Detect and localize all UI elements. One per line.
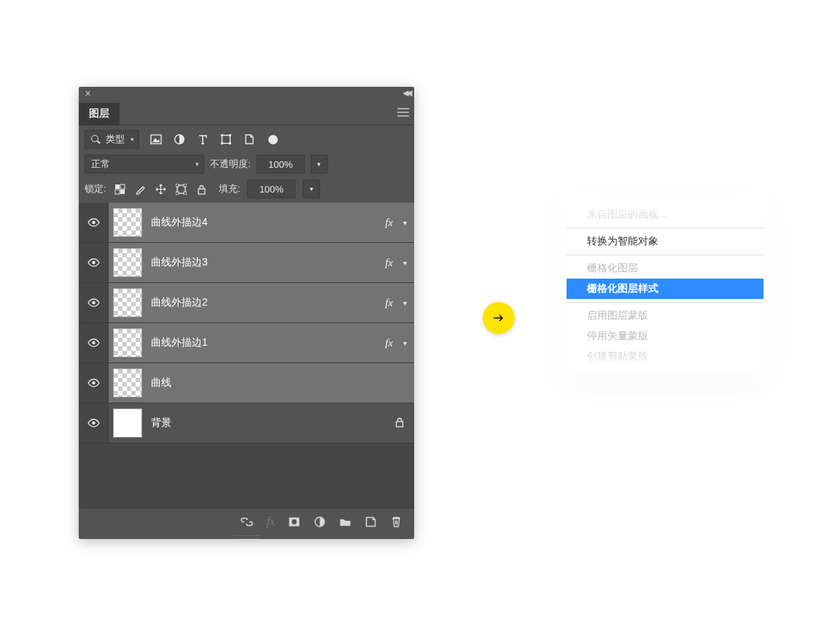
blend-mode-dropdown[interactable]: 正常 ▾ [85, 155, 204, 174]
layers-panel: ✕ ◀◀ 图层 类型 ▾ [79, 87, 414, 539]
fx-expand-icon[interactable]: ▾ [403, 299, 414, 307]
fill-field[interactable]: 100% [247, 179, 295, 198]
menu-separator [567, 228, 763, 228]
menu-item: 栅格化图层 [567, 258, 763, 279]
svg-point-20 [92, 301, 96, 305]
svg-marker-1 [152, 138, 160, 142]
layer-row: 曲线外描边4fx▾ [79, 203, 414, 243]
fill-flyout-icon[interactable]: ▾ [303, 179, 320, 198]
fx-expand-icon[interactable]: ▾ [403, 219, 414, 227]
svg-point-23 [92, 422, 96, 425]
collapse-icon[interactable]: ◀◀ [402, 88, 410, 98]
chevron-down-icon: ▾ [195, 160, 199, 168]
layer-mask-icon[interactable] [288, 516, 300, 528]
svg-point-22 [92, 381, 96, 385]
resize-grip[interactable] [79, 535, 414, 539]
layer-item[interactable]: 曲线外描边4fx▾ [109, 203, 414, 242]
filter-image-icon[interactable] [149, 133, 163, 146]
lock-all-icon[interactable] [195, 182, 209, 195]
fill-label: 填充: [219, 182, 241, 195]
svg-rect-16 [184, 192, 187, 195]
tab-layers[interactable]: 图层 [79, 103, 120, 125]
lock-label: 锁定: [85, 182, 106, 195]
layer-item[interactable]: 曲线外描边3fx▾ [109, 243, 414, 282]
menu-separator [567, 255, 763, 255]
menu-separator [567, 302, 763, 303]
layer-row: 曲线外描边1fx▾ [79, 323, 414, 363]
visibility-toggle[interactable] [79, 283, 109, 322]
lock-fill-row: 锁定: 填充: 100% ▾ [85, 179, 408, 198]
chevron-down-icon: ▾ [131, 136, 134, 143]
visibility-toggle[interactable] [79, 403, 109, 443]
svg-rect-4 [221, 134, 223, 136]
new-layer-icon[interactable] [365, 516, 377, 528]
svg-point-19 [92, 261, 96, 265]
layer-name: 曲线外描边4 [151, 216, 376, 229]
menu-item: 来自图层的画板... [567, 204, 763, 225]
filter-adjustment-icon[interactable] [173, 133, 186, 146]
menu-item[interactable]: 转换为智能对象 [567, 231, 763, 252]
close-icon[interactable]: ✕ [85, 89, 91, 98]
layer-item[interactable]: 曲线 [109, 363, 414, 403]
layer-name: 曲线外描边2 [151, 296, 376, 309]
link-layers-icon[interactable] [241, 516, 253, 528]
opacity-flyout-icon[interactable]: ▾ [311, 155, 328, 174]
layer-row: 曲线外描边2fx▾ [79, 283, 414, 323]
svg-point-21 [92, 341, 96, 345]
panel-tabs: 图层 [79, 100, 414, 125]
filter-kind-dropdown[interactable]: 类型 ▾ [85, 130, 139, 149]
svg-rect-13 [176, 184, 179, 187]
delete-layer-icon[interactable] [390, 516, 402, 528]
filter-toggle-icon[interactable] [266, 133, 279, 146]
arrow-indicator [483, 302, 515, 334]
fx-expand-icon[interactable]: ▾ [403, 259, 414, 267]
lock-artboard-icon[interactable] [175, 182, 188, 195]
visibility-toggle[interactable] [79, 203, 109, 242]
opacity-value: 100% [268, 159, 292, 170]
fx-expand-icon[interactable]: ▾ [403, 339, 414, 347]
visibility-toggle[interactable] [79, 323, 109, 362]
svg-point-18 [92, 221, 96, 225]
layer-thumbnail [113, 408, 142, 438]
search-icon [91, 135, 100, 144]
layer-thumbnail [113, 208, 142, 237]
svg-rect-7 [229, 142, 231, 144]
filter-shape-icon[interactable] [219, 133, 233, 146]
layer-name: 曲线 [151, 376, 414, 389]
svg-rect-17 [198, 189, 205, 194]
menu-item: 创建剪贴蒙版 [567, 346, 763, 367]
filter-row: 类型 ▾ [85, 130, 408, 149]
fx-badge: fx [385, 257, 394, 269]
lock-transparency-icon[interactable] [114, 182, 127, 195]
layers-empty-area [79, 478, 414, 508]
layer-item[interactable]: 背景 [109, 403, 414, 443]
svg-rect-6 [221, 142, 223, 144]
blend-opacity-row: 正常 ▾ 不透明度: 100% ▾ [85, 155, 408, 174]
adjustment-layer-icon[interactable] [314, 516, 326, 528]
layer-item[interactable]: 曲线外描边1fx▾ [109, 323, 414, 362]
svg-rect-3 [222, 136, 230, 144]
filter-text-icon[interactable] [196, 133, 209, 146]
filter-kind-label: 类型 [106, 133, 125, 146]
layer-item[interactable]: 曲线外描边2fx▾ [109, 283, 414, 322]
lock-position-icon[interactable] [155, 182, 168, 195]
lock-icon [395, 417, 414, 430]
panel-menu-icon[interactable] [392, 100, 414, 125]
visibility-toggle[interactable] [79, 243, 109, 282]
menu-item[interactable]: 栅格化图层样式 [567, 279, 763, 299]
fill-value: 100% [260, 184, 284, 195]
svg-rect-14 [184, 184, 187, 187]
lock-paint-icon[interactable] [134, 182, 147, 195]
layer-row: 曲线外描边3fx▾ [79, 243, 414, 283]
layer-thumbnail [113, 328, 142, 357]
layer-name: 曲线外描边1 [151, 336, 376, 349]
opacity-field[interactable]: 100% [257, 155, 305, 174]
svg-rect-15 [176, 192, 179, 195]
layer-thumbnail [113, 248, 142, 277]
panel-titlebar: ✕ ◀◀ [79, 87, 414, 100]
visibility-toggle[interactable] [79, 363, 109, 403]
panel-footer: fx [79, 508, 414, 535]
layer-style-icon[interactable]: fx [266, 515, 275, 528]
filter-smartobject-icon[interactable] [243, 133, 256, 146]
new-group-icon[interactable] [339, 516, 351, 528]
